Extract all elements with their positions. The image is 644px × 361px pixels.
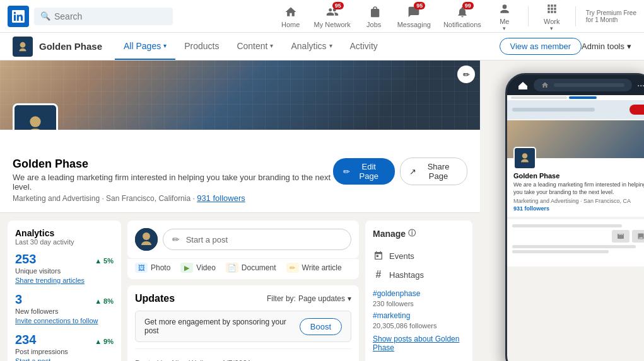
start-a-post-icon: ✏ [172, 234, 180, 244]
phone-meta: Marketing and Advertising · San Francisc… [513, 198, 644, 204]
tab-products[interactable]: Products [175, 33, 228, 60]
hashtag-manage-icon: # [373, 269, 384, 280]
boost-bar: Get more engagement by sponsoring your p… [135, 311, 351, 342]
mynetwork-badge: 95 [332, 2, 344, 9]
stat-visitors-link[interactable]: Share trending articles [15, 277, 85, 284]
manage-panel: Manage ⓘ Events # Hashtags #goldenphase … [365, 221, 472, 361]
stat-visitors-change: ▲ 5% [95, 257, 114, 265]
nav-work-label: Work [544, 18, 559, 25]
nav-me-label: Me [500, 18, 509, 25]
show-posts-link[interactable]: Show posts about Golden Phase [373, 335, 465, 352]
post-input[interactable]: ✏ Start a post [163, 229, 351, 250]
stat-impressions-change: ▲ 9% [95, 338, 114, 345]
nav-item-home[interactable]: Home [275, 2, 307, 31]
svg-point-7 [143, 232, 150, 240]
work-icon [544, 1, 559, 16]
nav-item-messaging[interactable]: 95 Messaging [392, 2, 436, 31]
manage-title: Manage ⓘ [373, 228, 465, 239]
cover-edit-button[interactable]: ✏ [457, 66, 475, 83]
cover-section: ✏ GOLDENPHASE [0, 60, 480, 130]
phone-status-bar: ··· [507, 75, 644, 95]
svg-point-0 [502, 4, 506, 9]
view-as-member-button[interactable]: View as member [500, 38, 582, 55]
linkedin-logo[interactable] [8, 6, 29, 27]
phone-mockup: ··· [505, 73, 644, 361]
edit-page-button[interactable]: ✏ Edit Page [333, 158, 395, 185]
profile-company-name: Golden Phase [13, 158, 333, 171]
work-dropdown-icon: ▾ [550, 25, 553, 32]
admin-tools-dropdown[interactable]: Admin tools ▾ [582, 42, 631, 51]
search-input[interactable] [54, 11, 155, 21]
posted-by-label: Posted by Alice Walker [135, 359, 212, 362]
profile-description: We are a leading marketing firm interest… [13, 173, 333, 192]
video-icon: ▶ [180, 263, 193, 273]
me-dropdown-icon: ▾ [503, 25, 506, 32]
profile-followers-link[interactable]: 931 followers [197, 193, 245, 203]
nav-item-mynetwork[interactable]: 95 My Network [309, 2, 356, 31]
filter-dropdown-icon: ▾ [348, 294, 351, 303]
composer-avatar [135, 228, 158, 251]
jobs-icon [366, 4, 382, 20]
post-composer: ✏ Start a post [127, 221, 359, 258]
my-network-icon: 95 [325, 4, 340, 20]
nav-jobs-label: Jobs [366, 21, 381, 28]
stat-impressions-label: Post impressions [15, 348, 114, 355]
nav-item-notifications[interactable]: 99 Notifications [438, 2, 486, 31]
write-article-button[interactable]: ✏ Write article [286, 263, 342, 273]
manage-hashtags[interactable]: # Hashtags [373, 265, 465, 284]
filter-value: Page updates [298, 294, 345, 303]
cover-image [0, 60, 480, 130]
feed-area: ✏ Start a post 🖼 Photo ▶ Video 📄 [127, 221, 359, 361]
premium-sublabel: for 1 Month [586, 16, 618, 23]
tab-analytics[interactable]: Analytics ▾ [282, 33, 341, 60]
search-icon: 🔍 [40, 11, 50, 21]
photo-button[interactable]: 🖼 Photo [135, 263, 170, 273]
hashtag-marketing[interactable]: #marketing [373, 311, 465, 320]
write-icon: ✏ [286, 263, 299, 273]
premium-button[interactable]: Try Premium Free for 1 Month [586, 9, 636, 23]
svg-point-11 [522, 153, 527, 158]
messaging-badge: 95 [414, 2, 425, 9]
stat-impressions-link[interactable]: Start a post [15, 357, 50, 361]
hashtag-marketing-followers: 20,305,086 followers [373, 322, 465, 329]
page-navigation: Golden Phase All Pages ▾ Products Conten… [0, 33, 644, 60]
stat-impressions-value: 234 [15, 333, 36, 347]
nav-divider [528, 6, 529, 26]
phone-content: Golden Phase We are a leading marketing … [507, 95, 644, 361]
stat-visitors-value: 253 [15, 252, 36, 266]
profile-meta: Marketing and Advertising · San Francisc… [13, 193, 333, 203]
boost-button[interactable]: Boost [300, 318, 342, 335]
document-button[interactable]: 📄 Document [226, 263, 276, 273]
main-content: ✏ GOLDENPHASE Golden Phase We are a lead… [0, 60, 644, 361]
share-page-button[interactable]: ↗ Share Page [400, 158, 467, 185]
edit-icon: ✏ [343, 167, 350, 176]
hashtag-goldenphase[interactable]: #goldenphase [373, 289, 465, 298]
filter-by-label: Filter by: [267, 294, 296, 303]
nav-item-jobs[interactable]: Jobs [358, 2, 390, 31]
nav-home-label: Home [281, 21, 300, 28]
nav-item-work[interactable]: Work ▾ [536, 0, 568, 34]
stat-followers-value: 3 [15, 292, 22, 307]
post-header: Posted by Alice Walker · 1/7/2021 ✏ Noti… [135, 355, 351, 361]
profile-header: Golden Phase We are a leading marketing … [13, 135, 467, 205]
page-content: ✏ GOLDENPHASE Golden Phase We are a lead… [0, 60, 480, 361]
analytics-dropdown-icon: ▾ [329, 42, 332, 49]
nav-item-me[interactable]: Me ▾ [489, 0, 520, 34]
manage-events[interactable]: Events [373, 246, 465, 265]
post-more-button[interactable]: ··· [334, 355, 351, 361]
video-button[interactable]: ▶ Video [180, 263, 215, 273]
filter-dropdown[interactable]: Filter by: Page updates ▾ [267, 294, 351, 303]
tab-all-pages[interactable]: All Pages ▾ [115, 33, 175, 60]
updates-section: Updates Filter by: Page updates ▾ Get mo… [127, 285, 359, 361]
stat-followers-link[interactable]: Invite connections to follow [15, 317, 98, 324]
phone-company-name: Golden Phase [513, 172, 644, 180]
home-icon [283, 4, 298, 20]
search-bar[interactable]: 🔍 [34, 8, 173, 25]
phone-content-placeholder: ··· [507, 219, 644, 266]
pencil-icon: ✏ [463, 70, 470, 79]
analytics-subtitle: Last 30 day activity [15, 238, 114, 246]
stat-visitors-label: Unique visitors [15, 267, 114, 275]
tab-content[interactable]: Content ▾ [228, 33, 282, 60]
tab-activity[interactable]: Activity [341, 33, 387, 60]
stat-post-impressions: 234 ▲ 9% Post impressions Start a post [15, 333, 114, 361]
